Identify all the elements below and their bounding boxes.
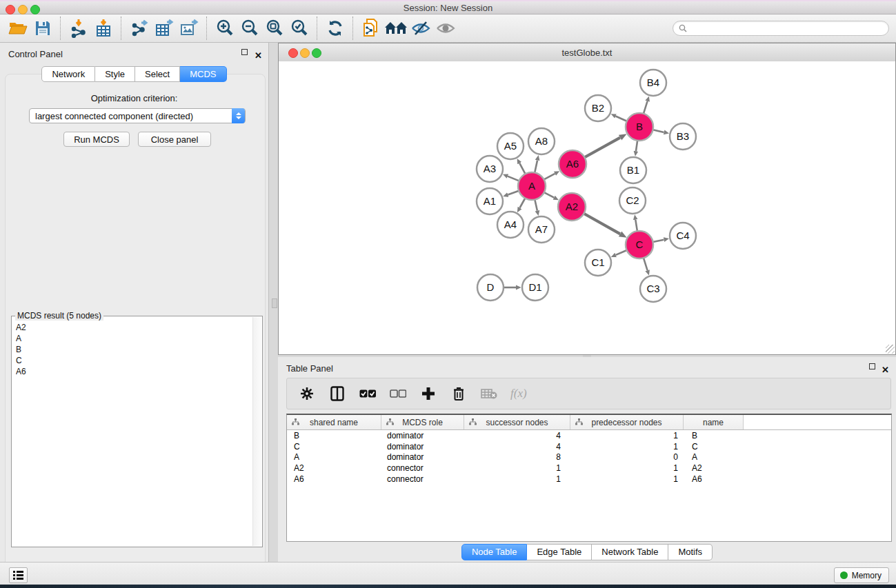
tab-style[interactable]: Style <box>95 66 135 82</box>
table-cell[interactable]: 1 <box>464 474 570 484</box>
column-header-predecessor-nodes[interactable]: predecessor nodes <box>570 415 684 429</box>
search-input[interactable] <box>673 21 889 36</box>
table-cell[interactable]: 1 <box>570 431 684 440</box>
table-row[interactable]: A6connector11A6 <box>287 474 891 485</box>
tab-network[interactable]: Network <box>41 66 95 82</box>
table-cell[interactable]: C <box>287 442 381 452</box>
run-mcds-button[interactable]: Run MCDS <box>63 132 130 147</box>
tab-motifs[interactable]: Motifs <box>668 544 713 560</box>
graph-node-C1[interactable]: C1 <box>585 250 611 276</box>
table-cell[interactable]: dominator <box>381 452 464 462</box>
table-row[interactable]: Bdominator41B <box>287 430 891 441</box>
graph-node-A2[interactable]: A2 <box>558 193 586 221</box>
import-table-icon[interactable] <box>91 17 116 40</box>
table-row[interactable]: Adominator80A <box>287 452 891 463</box>
graph-edge-A-A3[interactable] <box>508 176 519 181</box>
mcds-result-item[interactable]: A <box>16 333 250 344</box>
graph-node-C[interactable]: C <box>626 231 653 258</box>
select-all-checks-icon[interactable] <box>359 385 377 403</box>
table-cell[interactable]: dominator <box>381 442 464 452</box>
mcds-result-item[interactable]: A6 <box>16 366 250 377</box>
memory-button[interactable]: Memory <box>834 567 889 583</box>
graph-edge-C-C3[interactable] <box>644 258 648 270</box>
table-cell[interactable]: B <box>684 431 744 440</box>
tab-mcds[interactable]: MCDS <box>180 66 226 82</box>
tab-network-table[interactable]: Network Table <box>592 544 668 560</box>
window-resize-grip[interactable] <box>886 345 895 354</box>
mcds-result-item[interactable]: A2 <box>16 322 250 333</box>
graph-edge-A-A4[interactable] <box>520 198 526 207</box>
network-canvas[interactable]: AA1A2A3A4A5A6A7A8BB1B2B3B4CC1C2C3C4DD1 <box>279 61 895 354</box>
close-table-panel-icon[interactable]: ✕ <box>882 363 890 372</box>
table-cell[interactable]: connector <box>381 463 464 473</box>
open-folder-icon[interactable] <box>6 17 30 40</box>
column-header-name[interactable]: name <box>684 415 744 429</box>
zoom-in-icon[interactable] <box>212 17 237 40</box>
column-header-shared-name[interactable]: shared name <box>287 415 381 429</box>
gear-icon[interactable] <box>298 385 316 403</box>
graph-node-D[interactable]: D <box>477 274 504 301</box>
clone-network-icon[interactable] <box>359 17 384 40</box>
graph-edge-A2-C[interactable] <box>584 214 620 234</box>
table-cell[interactable]: A <box>287 452 381 462</box>
criterion-dropdown[interactable]: largest connected component (directed) <box>29 108 246 123</box>
graph-edge-A-A6[interactable] <box>544 174 555 180</box>
graph-edge-B-B2[interactable] <box>616 116 627 121</box>
zoom-fit-icon[interactable] <box>262 17 287 40</box>
graph-node-C4[interactable]: C4 <box>670 223 696 249</box>
table-cell[interactable]: 1 <box>570 463 684 473</box>
graph-node-A5[interactable]: A5 <box>497 133 524 159</box>
close-panel-button[interactable]: Close panel <box>138 132 211 147</box>
table-cell[interactable]: 1 <box>570 474 684 484</box>
export-table-icon[interactable] <box>152 17 177 40</box>
deselect-all-checks-icon[interactable] <box>389 385 407 403</box>
mcds-result-item[interactable]: C <box>16 355 250 366</box>
export-network-icon[interactable] <box>127 17 152 40</box>
refresh-icon[interactable] <box>323 17 348 40</box>
graph-edge-B-B4[interactable] <box>644 101 648 114</box>
graph-node-A7[interactable]: A7 <box>528 216 555 243</box>
graph-node-A6[interactable]: A6 <box>559 150 586 178</box>
table-cell[interactable]: 8 <box>464 452 570 462</box>
graph-edge-A-A2[interactable] <box>544 192 554 197</box>
function-builder-icon[interactable]: f(x) <box>510 387 527 401</box>
table-row[interactable]: A2connector11A2 <box>287 463 891 474</box>
result-scrollbar[interactable] <box>252 317 261 546</box>
graph-node-B[interactable]: B <box>626 113 653 141</box>
graph-edge-A-A1[interactable] <box>508 191 519 195</box>
graph-node-D1[interactable]: D1 <box>522 274 548 301</box>
float-panel-icon[interactable] <box>241 49 250 57</box>
float-table-panel-icon[interactable] <box>869 363 877 372</box>
graph-edge-C-C1[interactable] <box>616 250 627 255</box>
graph-node-A3[interactable]: A3 <box>477 156 503 182</box>
graph-edge-A-A5[interactable] <box>519 163 525 174</box>
table-cell[interactable]: A2 <box>684 463 744 473</box>
column-header-MCDS-role[interactable]: MCDS role <box>381 415 464 429</box>
add-column-icon[interactable] <box>419 385 437 403</box>
save-floppy-icon[interactable] <box>30 17 55 40</box>
graph-node-B1[interactable]: B1 <box>620 157 646 183</box>
graph-node-A[interactable]: A <box>518 172 546 200</box>
mcds-result-item[interactable]: B <box>16 344 250 355</box>
network-window-titlebar[interactable]: testGlobe.txt <box>279 43 895 62</box>
graph-edge-A6-B[interactable] <box>584 138 620 158</box>
delete-table-icon[interactable] <box>480 385 498 403</box>
graph-node-C2[interactable]: C2 <box>619 187 646 214</box>
table-cell[interactable]: A2 <box>287 463 381 473</box>
table-cell[interactable]: B <box>287 431 381 440</box>
table-cell[interactable]: 0 <box>570 452 684 462</box>
graph-edge-A-A7[interactable] <box>535 200 537 211</box>
task-history-list-icon[interactable] <box>9 567 28 583</box>
graph-node-B2[interactable]: B2 <box>585 95 611 121</box>
graph-node-B3[interactable]: B3 <box>670 123 696 150</box>
zoom-selected-icon[interactable] <box>287 17 312 40</box>
columns-icon[interactable] <box>328 385 346 403</box>
table-row[interactable]: Cdominator41C <box>287 441 891 452</box>
column-header-successor-nodes[interactable]: successor nodes <box>464 415 570 429</box>
zoom-out-icon[interactable] <box>237 17 262 40</box>
tab-node-table[interactable]: Node Table <box>461 544 528 560</box>
table-cell[interactable]: 4 <box>464 442 570 452</box>
graph-edge-B-B3[interactable] <box>653 130 664 132</box>
splitter-grip[interactable] <box>272 298 277 308</box>
tab-edge-table[interactable]: Edge Table <box>527 544 592 560</box>
